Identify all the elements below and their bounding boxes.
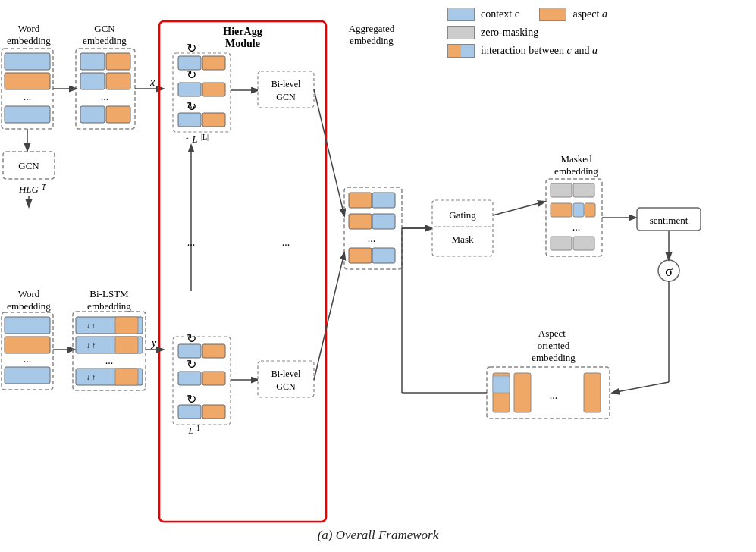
bilstm-box1b bbox=[115, 317, 138, 334]
we-top-box2 bbox=[5, 73, 50, 89]
ha-bot-box3b bbox=[202, 405, 225, 419]
label-sentiment: sentiment bbox=[650, 215, 689, 226]
label-x: x bbox=[149, 77, 155, 88]
agg-box1a bbox=[349, 193, 372, 208]
label-aspect-orient2: oriented bbox=[538, 340, 570, 351]
label-agg-emb2: embedding bbox=[350, 35, 394, 46]
agg-box1b bbox=[372, 193, 395, 208]
ao-box3 bbox=[584, 373, 601, 412]
agg-dots: ... bbox=[368, 233, 376, 244]
we-top-box1 bbox=[5, 53, 50, 70]
ha-bot-box3a bbox=[178, 405, 201, 419]
label-word-embedding-top: Word bbox=[18, 23, 40, 34]
agg-box2b bbox=[372, 214, 395, 229]
label-l1-sup: 1 bbox=[196, 424, 200, 432]
ha-top-box1b bbox=[202, 56, 225, 70]
label-lupper: ↑ L bbox=[185, 133, 198, 145]
label-bilstm: Bi-LSTM bbox=[89, 288, 129, 300]
masked-box2a bbox=[551, 203, 572, 217]
masked-box3a bbox=[551, 237, 572, 250]
label-hieragg2: Module bbox=[225, 38, 260, 49]
ha-bot-circ1: ↻ bbox=[187, 332, 196, 345]
diagram-container: context c aspect a zero-masking interact… bbox=[0, 0, 756, 552]
ha-bot-circ2: ↻ bbox=[187, 358, 196, 371]
label-gcn: GCN bbox=[18, 160, 39, 171]
ha-top-box2b bbox=[202, 83, 225, 96]
gcne-box1b bbox=[106, 53, 130, 70]
label-hlg-super: T bbox=[42, 183, 47, 191]
ha-circ3: ↻ bbox=[187, 100, 196, 113]
label-bilevel-bot2: GCN bbox=[276, 381, 296, 392]
label-we-bot: Word bbox=[18, 288, 40, 300]
main-diagram-svg: Word embedding ... GCN HLG T GCN embeddi… bbox=[0, 0, 756, 552]
masked-dots: ... bbox=[572, 221, 581, 233]
ha-top-box2a bbox=[178, 83, 201, 96]
arrow-bilevel-bot-agg bbox=[314, 253, 344, 380]
bilstm-dots: ... bbox=[105, 355, 114, 366]
label-gating: Gating bbox=[449, 209, 476, 221]
label-aspect-orient: Aspect- bbox=[538, 328, 569, 339]
label-aspect-orient3: embedding bbox=[532, 352, 576, 363]
gcne-box2a bbox=[80, 73, 105, 89]
we-bot-dots: ... bbox=[24, 353, 32, 365]
ao-box2 bbox=[514, 373, 531, 412]
label-we-bot2: embedding bbox=[7, 300, 51, 312]
bilstm-arrow1: ↓ ↑ bbox=[86, 321, 96, 330]
masked-box3b bbox=[573, 237, 594, 250]
arrow-bilevel-top-agg bbox=[314, 89, 344, 215]
we-bot-box3 bbox=[5, 367, 50, 384]
agg-box3a bbox=[349, 248, 372, 263]
gcne-box2b bbox=[106, 73, 130, 89]
label-bilevel-bot1: Bi-level bbox=[271, 369, 301, 379]
label-word-embedding-top2: embedding bbox=[7, 35, 51, 46]
ha-bot-box1b bbox=[202, 344, 225, 358]
label-sigma: σ bbox=[665, 264, 673, 279]
ao-dots: ... bbox=[550, 390, 558, 401]
bilstm-arrow3: ↓ ↑ bbox=[86, 373, 96, 381]
label-gcn-emb2: embedding bbox=[83, 35, 127, 46]
ha-bot-circ3: ↻ bbox=[187, 393, 196, 406]
gcne-box1a bbox=[80, 53, 105, 70]
ha-bot-box1a bbox=[178, 344, 201, 358]
label-y: y bbox=[150, 337, 157, 349]
label-masked-emb2: embedding bbox=[554, 165, 598, 177]
label-lupper-sup: |L| bbox=[201, 133, 209, 141]
we-bot-box1 bbox=[5, 317, 50, 334]
ha-top-box3b bbox=[202, 113, 225, 127]
label-bilevel-top2: GCN bbox=[276, 92, 296, 102]
label-bilevel-top1: Bi-level bbox=[271, 79, 301, 89]
label-mask: Mask bbox=[452, 234, 474, 245]
agg-box2a bbox=[349, 214, 372, 229]
we-bot-box2 bbox=[5, 337, 50, 353]
bilstm-box2b bbox=[115, 337, 138, 353]
we-top-box3 bbox=[5, 106, 50, 123]
label-bilstm2: embedding bbox=[87, 300, 131, 312]
ha-circ2: ↻ bbox=[187, 68, 196, 81]
ha-mid-dots: ... bbox=[187, 237, 196, 248]
label-masked-emb: Masked bbox=[560, 153, 592, 165]
gcne-dots: ... bbox=[101, 91, 109, 102]
label-agg-emb: Aggregated bbox=[349, 23, 395, 34]
masked-box2b bbox=[573, 203, 584, 217]
label-gcn-emb: GCN bbox=[94, 23, 115, 34]
arrow-gating-masked bbox=[493, 202, 544, 215]
masked-box1a bbox=[551, 183, 572, 197]
ha-bot-box2a bbox=[178, 372, 201, 385]
ha-bot-box2b bbox=[202, 372, 225, 385]
label-l1: L bbox=[187, 425, 193, 436]
label-hieragg: HierAgg bbox=[223, 26, 262, 37]
ao-box1-inner bbox=[493, 376, 510, 393]
label-hlg: HLG bbox=[18, 183, 39, 195]
arrow-sigma-ao bbox=[613, 382, 669, 393]
bilstm-arrow2: ↓ ↑ bbox=[86, 341, 96, 350]
bilevel-mid-dots: ... bbox=[282, 237, 290, 248]
masked-box1b bbox=[573, 183, 594, 197]
gcne-box3a bbox=[80, 106, 105, 123]
we-top-dots: ... bbox=[24, 91, 32, 102]
agg-box3b bbox=[372, 248, 395, 263]
gcne-box3b bbox=[106, 106, 130, 123]
ha-top-box3a bbox=[178, 113, 201, 127]
bilstm-box3b bbox=[115, 369, 138, 385]
masked-box2c bbox=[585, 203, 595, 217]
